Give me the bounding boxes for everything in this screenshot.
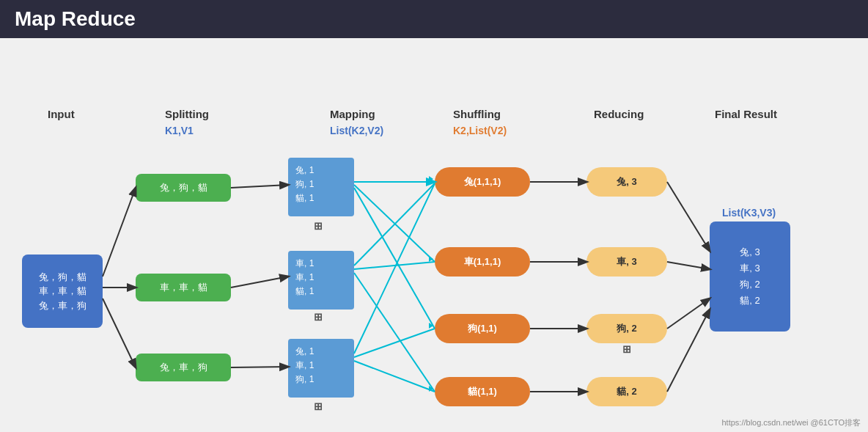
svg-line-23 <box>667 182 710 251</box>
label-reducing: Reducing <box>594 108 644 120</box>
shuffling-box-3: 狗(1,1) <box>435 314 530 343</box>
svg-line-26 <box>667 310 710 392</box>
svg-line-25 <box>667 299 710 329</box>
svg-line-24 <box>667 262 710 269</box>
sub-label-mapping: List(K2,V2) <box>330 125 383 136</box>
label-input: Input <box>48 108 75 120</box>
title-bar: Map Reduce <box>0 0 868 38</box>
svg-line-13 <box>354 329 435 357</box>
splitting-box-2: 車，車，貓 <box>136 274 231 301</box>
final-result-box: 兔, 3 車, 3 狗, 2 貓, 2 <box>710 222 790 332</box>
label-final: Final Result <box>715 108 777 120</box>
splitting-box-3: 兔，車，狗 <box>136 354 231 381</box>
svg-marker-15 <box>429 176 433 182</box>
mapping-box-1: 兔, 1 狗, 1 貓, 1 <box>288 158 354 216</box>
mapping-box-3: 兔, 1 車, 1 狗, 1 <box>288 339 354 398</box>
svg-marker-18 <box>429 386 433 392</box>
main-area: Input Splitting Mapping Shuffling Reduci… <box>0 38 868 432</box>
reducing-box-1: 兔, 3 <box>586 167 667 197</box>
plus-mapping-2: ⊞ <box>314 311 323 323</box>
label-mapping: Mapping <box>330 108 375 120</box>
svg-line-5 <box>231 367 288 367</box>
mapping-box-2: 車, 1 車, 1 貓, 1 <box>288 251 354 310</box>
svg-line-7 <box>354 185 435 262</box>
plus-mapping-3: ⊞ <box>314 400 323 412</box>
reducing-box-2: 車, 3 <box>586 247 667 277</box>
svg-line-4 <box>231 277 288 288</box>
splitting-box-1: 兔，狗，貓 <box>136 174 231 202</box>
sub-label-final: List(K3,V3) <box>722 207 776 219</box>
reducing-box-4: 貓, 2 <box>586 377 667 406</box>
svg-line-8 <box>354 188 435 329</box>
shuffling-box-4: 貓(1,1) <box>435 377 530 406</box>
plus-reducing-3: ⊞ <box>622 343 631 355</box>
page-title: Map Reduce <box>15 7 136 30</box>
svg-line-12 <box>354 183 435 354</box>
svg-line-2 <box>103 299 136 367</box>
svg-line-10 <box>354 262 435 269</box>
svg-line-3 <box>231 185 288 188</box>
label-splitting: Splitting <box>165 108 209 120</box>
svg-marker-17 <box>429 323 433 329</box>
plus-mapping-1: ⊞ <box>314 220 323 232</box>
label-shuffling: Shuffling <box>453 108 501 120</box>
reducing-box-3: 狗, 2 <box>586 314 667 343</box>
watermark: https://blog.csdn.net/wei @61CTO排客 <box>722 417 861 428</box>
svg-line-0 <box>103 188 136 277</box>
svg-line-9 <box>354 183 435 266</box>
sub-label-shuffling: K2,List(V2) <box>453 125 507 136</box>
svg-marker-16 <box>429 256 433 262</box>
shuffling-box-2: 車(1,1,1) <box>435 247 530 277</box>
svg-line-14 <box>354 361 435 392</box>
input-box: 兔，狗，貓 車，車，貓 兔，車，狗 <box>22 255 103 328</box>
svg-line-11 <box>354 273 435 392</box>
shuffling-box-1: 兔(1,1,1) <box>435 167 530 197</box>
sub-label-splitting: K1,V1 <box>165 125 194 136</box>
